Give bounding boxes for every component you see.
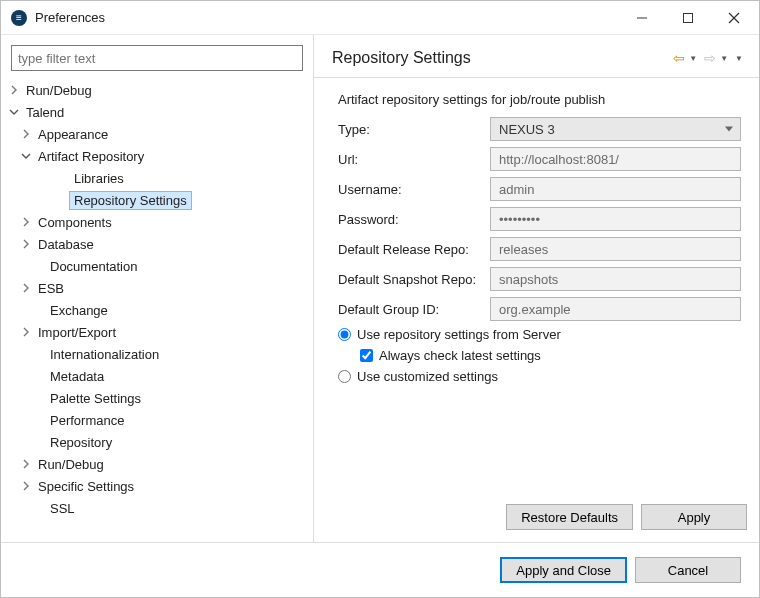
chevron-right-icon[interactable] <box>19 281 33 295</box>
tree-item[interactable]: Appearance <box>1 123 313 145</box>
chevron-right-icon[interactable] <box>19 127 33 141</box>
nav-view-menu[interactable]: ▼ <box>734 54 747 63</box>
preferences-tree[interactable]: Run/DebugTalendAppearanceArtifact Reposi… <box>1 77 313 542</box>
app-icon: ≡ <box>11 10 27 26</box>
chevron-down-icon[interactable] <box>19 149 33 163</box>
page-nav: ⇦ ▼ ⇨ ▼ ▼ <box>672 50 747 66</box>
tree-item[interactable]: Repository <box>1 431 313 453</box>
page-title: Repository Settings <box>332 49 672 67</box>
chevron-right-icon[interactable] <box>19 237 33 251</box>
tree-item[interactable]: Talend <box>1 101 313 123</box>
tree-item[interactable]: Components <box>1 211 313 233</box>
type-select[interactable]: NEXUS 3 <box>490 117 741 141</box>
page-header: Repository Settings ⇦ ▼ ⇨ ▼ ▼ <box>314 35 759 78</box>
radio-customized[interactable] <box>338 370 351 383</box>
snapshot-repo-field[interactable] <box>490 267 741 291</box>
chevron-right-icon[interactable] <box>19 215 33 229</box>
close-button[interactable] <box>711 3 757 33</box>
nav-forward-icon[interactable]: ⇨ <box>703 50 717 66</box>
tree-item[interactable]: SSL <box>1 497 313 519</box>
tree-item[interactable]: Run/Debug <box>1 79 313 101</box>
filter-input[interactable] <box>11 45 303 71</box>
tree-item-label: ESB <box>33 279 69 298</box>
tree-spacer <box>31 413 45 427</box>
tree-spacer <box>31 303 45 317</box>
group-id-field[interactable] <box>490 297 741 321</box>
restore-defaults-button[interactable]: Restore Defaults <box>506 504 633 530</box>
nav-back-icon[interactable]: ⇦ <box>672 50 686 66</box>
chevron-right-icon[interactable] <box>19 479 33 493</box>
nav-forward-menu[interactable]: ▼ <box>719 54 732 63</box>
tree-item[interactable]: Internationalization <box>1 343 313 365</box>
password-label: Password: <box>338 212 490 227</box>
dialog-buttons: Apply and Close Cancel <box>1 543 759 597</box>
tree-item-label: Appearance <box>33 125 113 144</box>
right-panel: Repository Settings ⇦ ▼ ⇨ ▼ ▼ Artifact r… <box>314 35 759 542</box>
maximize-button[interactable] <box>665 3 711 33</box>
tree-item[interactable]: Documentation <box>1 255 313 277</box>
minimize-button[interactable] <box>619 3 665 33</box>
svg-rect-1 <box>684 13 693 22</box>
tree-item[interactable]: Artifact Repository <box>1 145 313 167</box>
tree-item-label: Documentation <box>45 257 142 276</box>
tree-item[interactable]: Libraries <box>1 167 313 189</box>
tree-spacer <box>31 501 45 515</box>
radio-from-server-label: Use repository settings from Server <box>357 327 561 342</box>
tree-item-label: Libraries <box>69 169 129 188</box>
tree-item-label: Specific Settings <box>33 477 139 496</box>
page-description: Artifact repository settings for job/rou… <box>338 92 741 107</box>
titlebar: ≡ Preferences <box>1 1 759 35</box>
tree-spacer <box>31 391 45 405</box>
page-body: Artifact repository settings for job/rou… <box>314 78 759 498</box>
chevron-right-icon[interactable] <box>7 83 21 97</box>
release-repo-field[interactable] <box>490 237 741 261</box>
chevron-down-icon[interactable] <box>7 105 21 119</box>
tree-item-label: Repository Settings <box>69 191 192 210</box>
tree-item-label: Artifact Repository <box>33 147 149 166</box>
tree-spacer <box>31 347 45 361</box>
apply-and-close-button[interactable]: Apply and Close <box>500 557 627 583</box>
tree-item[interactable]: Database <box>1 233 313 255</box>
window-title: Preferences <box>35 10 619 25</box>
apply-button[interactable]: Apply <box>641 504 747 530</box>
tree-item-label: Palette Settings <box>45 389 146 408</box>
tree-item[interactable]: Exchange <box>1 299 313 321</box>
tree-item-label: Import/Export <box>33 323 121 342</box>
password-field[interactable] <box>490 207 741 231</box>
chevron-right-icon[interactable] <box>19 457 33 471</box>
radio-from-server[interactable] <box>338 328 351 341</box>
tree-item[interactable]: Metadata <box>1 365 313 387</box>
checkbox-always-check-label: Always check latest settings <box>379 348 541 363</box>
tree-item[interactable]: Run/Debug <box>1 453 313 475</box>
release-repo-label: Default Release Repo: <box>338 242 490 257</box>
tree-item[interactable]: Specific Settings <box>1 475 313 497</box>
snapshot-repo-label: Default Snapshot Repo: <box>338 272 490 287</box>
tree-item-label: Talend <box>21 103 69 122</box>
tree-spacer <box>31 259 45 273</box>
tree-item-label: SSL <box>45 499 80 518</box>
tree-spacer <box>55 193 69 207</box>
preferences-dialog: ≡ Preferences Run/DebugTalendAppearanceA… <box>0 0 760 598</box>
tree-item[interactable]: Performance <box>1 409 313 431</box>
tree-item-label: Repository <box>45 433 117 452</box>
cancel-button[interactable]: Cancel <box>635 557 741 583</box>
tree-item-label: Components <box>33 213 117 232</box>
tree-spacer <box>31 369 45 383</box>
tree-spacer <box>55 171 69 185</box>
tree-item-label: Run/Debug <box>33 455 109 474</box>
tree-spacer <box>31 435 45 449</box>
left-panel: Run/DebugTalendAppearanceArtifact Reposi… <box>1 35 314 542</box>
username-field[interactable] <box>490 177 741 201</box>
tree-item[interactable]: Palette Settings <box>1 387 313 409</box>
content-area: Run/DebugTalendAppearanceArtifact Reposi… <box>1 35 759 543</box>
tree-item-label: Internationalization <box>45 345 164 364</box>
chevron-right-icon[interactable] <box>19 325 33 339</box>
url-label: Url: <box>338 152 490 167</box>
checkbox-always-check[interactable] <box>360 349 373 362</box>
tree-item[interactable]: ESB <box>1 277 313 299</box>
tree-item[interactable]: Repository Settings <box>1 189 313 211</box>
radio-customized-label: Use customized settings <box>357 369 498 384</box>
nav-back-menu[interactable]: ▼ <box>688 54 701 63</box>
url-field[interactable] <box>490 147 741 171</box>
tree-item[interactable]: Import/Export <box>1 321 313 343</box>
